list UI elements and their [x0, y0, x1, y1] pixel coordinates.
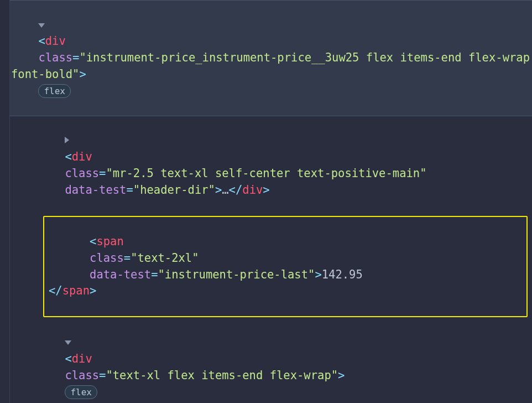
angle-open: < [65, 150, 71, 163]
tag-name: div [242, 183, 263, 197]
angle-close: > [338, 369, 345, 382]
attr-value-class: "mr-2.5 text-xl self-center text-positiv… [106, 167, 426, 180]
attr-value-class: "text-2xl" [131, 251, 199, 265]
angle-open: < [229, 183, 236, 197]
attr-value-datatest: "header-dir" [133, 183, 215, 197]
tag-name: span [62, 284, 90, 297]
tag-name: div [45, 34, 66, 48]
flex-badge[interactable]: flex [38, 84, 71, 98]
expand-toggle-icon[interactable] [38, 23, 45, 28]
dom-node[interactable]: <div class="text-xl flex items-end flex-… [0, 318, 532, 403]
angle-close: > [79, 68, 86, 81]
dom-node[interactable]: <div class="mr-2.5 text-xl self-center t… [0, 116, 532, 215]
highlighted-node-price-last: <span class="text-2xl" data-test="instru… [43, 216, 528, 317]
equals-sign: = [124, 251, 131, 265]
equals-sign: = [72, 51, 79, 64]
equals-sign: = [99, 167, 106, 180]
text-node-price-value: 142.95 [322, 268, 363, 281]
equals-sign: = [126, 183, 133, 197]
attr-name-class: class [65, 167, 99, 180]
angle-close: > [315, 268, 321, 281]
attr-value-class: "text-xl flex items-end flex-wrap" [106, 369, 338, 382]
expand-toggle-icon[interactable] [65, 340, 71, 345]
angle-open: < [49, 284, 55, 297]
attr-value-datatest: "instrument-price-last" [158, 268, 315, 281]
angle-open: < [65, 352, 71, 365]
angle-close: > [90, 284, 96, 297]
angle-open: < [90, 235, 96, 248]
attr-name-datatest: data-test [65, 183, 126, 197]
slash: / [55, 284, 62, 297]
flex-badge[interactable]: flex [65, 385, 97, 399]
angle-open: < [38, 34, 45, 48]
attr-name-class: class [90, 251, 124, 265]
slash: / [236, 183, 242, 197]
dom-node[interactable]: <span class="text-2xl" data-test="instru… [44, 217, 526, 316]
gutter [0, 0, 10, 403]
ellipsis-expand[interactable]: … [222, 183, 228, 197]
angle-close: > [263, 183, 269, 197]
attr-name-datatest: data-test [90, 268, 151, 281]
tag-name: div [72, 150, 92, 163]
attr-name-class: class [38, 51, 72, 64]
angle-close: > [215, 183, 222, 197]
tag-name: div [72, 352, 92, 365]
dom-node-selected[interactable]: <div class="instrument-price_instrument-… [0, 0, 532, 116]
attr-name-class: class [65, 369, 99, 382]
equals-sign: = [99, 369, 106, 382]
equals-sign: = [151, 268, 158, 281]
attr-value-class: "instrument-price_instrument-price__3uw2… [11, 51, 532, 81]
devtools-elements-panel: <div class="instrument-price_instrument-… [0, 0, 532, 403]
tag-name: span [96, 235, 123, 248]
expand-toggle-icon[interactable] [65, 137, 69, 143]
